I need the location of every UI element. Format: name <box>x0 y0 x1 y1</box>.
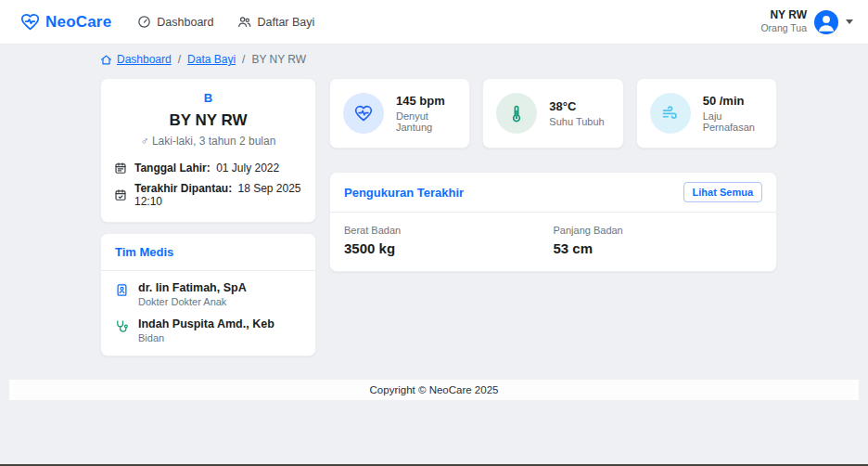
users-icon <box>237 15 251 29</box>
calendar-check-icon <box>114 188 127 201</box>
weight-label: Berat Badan <box>344 225 554 236</box>
respiration-value: 50 /min <box>703 94 763 108</box>
heart-rate-value: 145 bpm <box>396 94 456 108</box>
last-monitored-label: Terakhir Dipantau: <box>134 182 232 195</box>
measurements-body: Berat Badan 3500 kg Panjang Badan 53 cm <box>330 213 776 271</box>
patient-initial: B <box>114 91 302 105</box>
footer: Copyright © NeoCare 2025 <box>9 380 859 400</box>
thermometer-icon <box>496 93 537 134</box>
respiration-label: Laju Pernafasan <box>703 110 763 133</box>
patient-name: BY NY RW <box>114 111 302 130</box>
vitals-row: 145 bpm Denyut Jantung 38°C Suhu Tubuh <box>329 78 777 149</box>
heart-rate-label: Denyut Jantung <box>396 110 456 133</box>
breadcrumb: Dashboard / Data Bayi / BY NY RW <box>100 51 868 68</box>
chevron-down-icon <box>846 19 853 24</box>
breadcrumb-dashboard-label: Dashboard <box>117 53 172 66</box>
patient-info-rows: Tanggal Lahir: 01 July 2022 Terakhir Dip… <box>114 162 302 208</box>
vital-card-respiration: 50 /min Laju Pernafasan <box>636 78 777 149</box>
vital-text: 38°C Suhu Tubuh <box>549 99 604 127</box>
member-info: Indah Puspita Amd., Keb Bidan <box>138 317 274 343</box>
home-icon <box>100 54 112 66</box>
right-column: 145 bpm Denyut Jantung 38°C Suhu Tubuh <box>329 78 777 356</box>
nav-label-daftar-bayi: Daftar Bayi <box>257 16 314 29</box>
temperature-label: Suhu Tubuh <box>549 116 604 127</box>
breadcrumb-data-bayi-label: Data Bayi <box>187 53 236 66</box>
medical-team-card: Tim Medis dr. Iin Fatimah, SpA Dokter Do… <box>100 233 316 356</box>
length-value: 53 cm <box>554 240 763 256</box>
dashboard-gauge-icon <box>137 15 151 29</box>
top-nav: Dashboard Daftar Bayi <box>137 15 760 29</box>
copyright-text: Copyright © NeoCare 2025 <box>370 384 499 395</box>
stethoscope-icon <box>115 319 129 333</box>
vital-card-heart-rate: 145 bpm Denyut Jantung <box>329 78 470 149</box>
member-role: Bidan <box>138 332 274 343</box>
weight-value: 3500 kg <box>344 240 554 256</box>
member-name: Indah Puspita Amd., Keb <box>138 317 274 330</box>
top-navbar: NeoCare Dashboard Daftar Bayi <box>0 0 868 45</box>
vital-text: 50 /min Laju Pernafasan <box>703 94 763 133</box>
breadcrumb-data-bayi[interactable]: Data Bayi <box>187 53 236 66</box>
brand-logo[interactable]: NeoCare <box>20 12 111 32</box>
user-menu[interactable]: NY RW Orang Tua <box>760 8 853 34</box>
measurements-card: Pengukuran Terakhir Lihat Semua Berat Ba… <box>329 172 777 272</box>
member-info: dr. Iin Fatimah, SpA Dokter Dokter Anak <box>138 281 247 307</box>
left-column: B BY NY RW ♂ Laki-laki, 3 tahun 2 bulan … <box>100 78 316 356</box>
team-member-midwife: Indah Puspita Amd., Keb Bidan <box>115 317 301 343</box>
breadcrumb-dashboard[interactable]: Dashboard <box>100 53 172 66</box>
breadcrumb-separator: / <box>242 53 245 66</box>
nav-item-dashboard[interactable]: Dashboard <box>137 15 213 29</box>
measurements-header: Pengukuran Terakhir Lihat Semua <box>330 173 776 213</box>
vital-text: 145 bpm Denyut Jantung <box>396 94 456 133</box>
main-content: B BY NY RW ♂ Laki-laki, 3 tahun 2 bulan … <box>100 78 777 356</box>
nav-item-daftar-bayi[interactable]: Daftar Bayi <box>237 15 314 29</box>
heart-pulse-logo-icon <box>20 12 40 32</box>
breadcrumb-current: BY NY RW <box>251 53 306 66</box>
birth-date-row: Tanggal Lahir: 01 July 2022 <box>114 162 302 175</box>
user-role: Orang Tua <box>760 22 807 34</box>
breadcrumb-separator: / <box>178 53 181 66</box>
user-name: NY RW <box>760 8 807 22</box>
doctor-badge-icon <box>115 283 129 297</box>
user-info: NY RW Orang Tua <box>760 8 807 34</box>
last-monitored-row: Terakhir Dipantau: 18 Sep 2025 12:10 <box>114 182 302 208</box>
see-all-button[interactable]: Lihat Semua <box>683 182 762 202</box>
length-label: Panjang Badan <box>554 225 763 236</box>
weight-item: Berat Badan 3500 kg <box>344 225 554 256</box>
temperature-value: 38°C <box>549 99 604 113</box>
medical-team-title: Tim Medis <box>101 234 315 271</box>
member-role: Dokter Dokter Anak <box>138 296 247 307</box>
birth-date-label: Tanggal Lahir: <box>134 162 211 175</box>
patient-card: B BY NY RW ♂ Laki-laki, 3 tahun 2 bulan … <box>100 78 316 223</box>
brand-name: NeoCare <box>45 13 111 32</box>
measurements-title: Pengukuran Terakhir <box>344 186 464 200</box>
birth-date-value: 01 July 2022 <box>216 162 279 175</box>
wind-icon <box>650 93 691 134</box>
member-name: dr. Iin Fatimah, SpA <box>138 281 247 294</box>
vital-card-temperature: 38°C Suhu Tubuh <box>482 78 623 149</box>
heart-pulse-icon <box>343 93 384 134</box>
length-item: Panjang Badan 53 cm <box>554 225 763 256</box>
medical-team-list: dr. Iin Fatimah, SpA Dokter Dokter Anak … <box>101 271 315 356</box>
patient-gender-age: ♂ Laki-laki, 3 tahun 2 bulan <box>114 135 302 148</box>
nav-label-dashboard: Dashboard <box>157 16 213 29</box>
user-avatar-icon <box>814 10 838 34</box>
team-member-doctor: dr. Iin Fatimah, SpA Dokter Dokter Anak <box>115 281 301 307</box>
calendar-icon <box>114 162 127 175</box>
